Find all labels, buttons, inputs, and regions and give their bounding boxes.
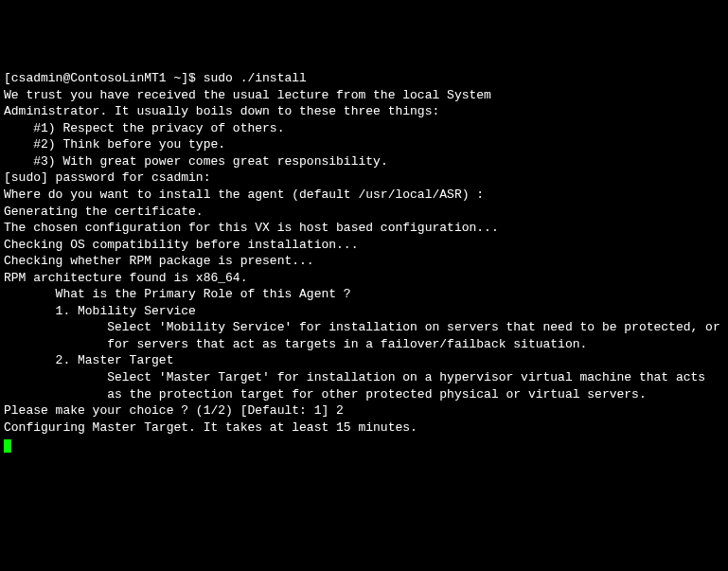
- output-line: #1) Respect the privacy of others.: [4, 120, 724, 137]
- output-line: 2. Master Target: [4, 352, 724, 369]
- output-line: #2) Think before you type.: [4, 136, 724, 153]
- output-line: Where do you want to install the agent (…: [4, 187, 724, 204]
- terminal[interactable]: [csadmin@ContosoLinMT1 ~]$ sudo ./instal…: [4, 70, 724, 453]
- output-line: The chosen configuration for this VX is …: [4, 220, 724, 237]
- output-line: [sudo] password for csadmin:: [4, 170, 724, 187]
- output-line: Checking OS compatibility before install…: [4, 237, 724, 254]
- output-line: Administrator. It usually boils down to …: [4, 103, 724, 120]
- output-line: #3) With great power comes great respons…: [4, 153, 724, 170]
- output-line: as the protection target for other prote…: [4, 386, 724, 403]
- output-line: for servers that act as targets in a fai…: [4, 336, 724, 353]
- output-line: Configuring Master Target. It takes at l…: [4, 419, 724, 437]
- output-line: Generating the certificate.: [4, 204, 724, 221]
- command-prompt-line: [csadmin@ContosoLinMT1 ~]$ sudo ./instal…: [4, 70, 724, 87]
- output-line: We trust you have received the usual lec…: [4, 87, 724, 104]
- output-line: Checking whether RPM package is present.…: [4, 253, 724, 270]
- output-line: Select 'Mobility Service' for installati…: [4, 319, 724, 336]
- output-line: 1. Mobility Service: [4, 303, 724, 320]
- output-line: Please make your choice ? (1/2) [Default…: [4, 402, 724, 419]
- output-line: Select 'Master Target' for installation …: [4, 369, 724, 386]
- cursor: [4, 439, 11, 453]
- output-line: What is the Primary Role of this Agent ?: [4, 286, 724, 303]
- output-line: RPM architecture found is x86_64.: [4, 270, 724, 287]
